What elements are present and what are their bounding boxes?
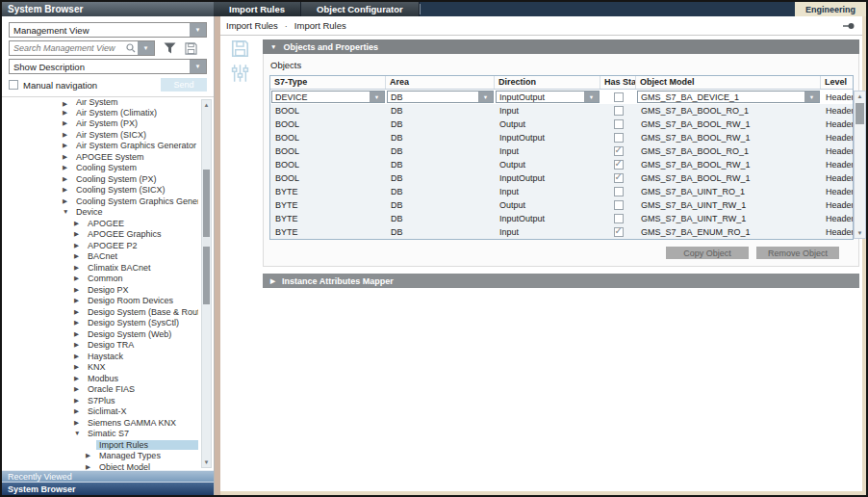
chevron-collapsed-icon[interactable]: ▶ (74, 320, 85, 327)
tree-item[interactable]: ▶Desigo System (Web) (2, 328, 214, 340)
has-state-checkbox[interactable] (614, 106, 624, 116)
has-state-checkbox[interactable] (614, 187, 624, 196)
tree-item[interactable]: ▶Cooling System (PX) (2, 173, 214, 185)
chevron-collapsed-icon[interactable]: ▶ (74, 398, 85, 405)
chevron-collapsed-icon[interactable]: ▶ (74, 253, 85, 260)
chevron-collapsed-icon[interactable]: ▶ (74, 265, 85, 272)
tree-item[interactable]: ▶Air System (2, 99, 214, 107)
scroll-down-icon[interactable]: ▼ (202, 458, 211, 467)
tree-item[interactable]: ▶APOGEE Graphics (2, 229, 214, 241)
table-row[interactable]: BOOLDBOutputGMS_S7_BA_BOOL_RW_1Header (270, 118, 853, 131)
chevron-collapsed-icon[interactable]: ▶ (63, 165, 73, 171)
chevron-expanded-icon[interactable]: ▼ (63, 209, 73, 216)
chevron-collapsed-icon[interactable]: ▶ (74, 275, 85, 282)
chevron-collapsed-icon[interactable]: ▶ (86, 464, 96, 471)
chevron-down-icon[interactable]: ▼ (584, 92, 599, 102)
chevron-collapsed-icon[interactable]: ▶ (74, 376, 85, 382)
instance-attributes-mapper-expander[interactable]: ▶ Instance Attributes Mapper (263, 274, 859, 288)
tree-item[interactable]: ▶Cooling System Graphics Generator (PX) (2, 196, 214, 207)
direction-dropdown[interactable]: InputOutput▼ (496, 91, 600, 103)
scroll-up-icon[interactable]: ▲ (202, 100, 211, 110)
table-row[interactable]: BOOLDBOutputGMS_S7_BA_BOOL_RW_1Header (270, 158, 853, 171)
chevron-collapsed-icon[interactable]: ▶ (86, 453, 96, 459)
chevron-collapsed-icon[interactable]: ▶ (74, 298, 85, 304)
area-dropdown[interactable]: DB▼ (387, 91, 494, 103)
pin-icon[interactable] (843, 22, 855, 30)
tree-item[interactable]: ▶APOGEE P2 (2, 240, 214, 251)
scroll-down-icon[interactable]: ▼ (855, 228, 865, 238)
column-header[interactable]: S7-Type (270, 76, 386, 89)
filter-icon[interactable] (164, 42, 176, 54)
tree-item[interactable]: ▼Device (2, 207, 214, 219)
tree-item[interactable]: ▶S7Plus (2, 395, 214, 406)
tree-item[interactable]: ▶Cooling System (2, 163, 214, 174)
scrollbar-thumb[interactable] (855, 103, 864, 124)
chevron-collapsed-icon[interactable]: ▶ (63, 143, 73, 149)
chevron-collapsed-icon[interactable]: ▶ (63, 187, 73, 194)
tree-item[interactable]: ▶Siclimat-X (2, 406, 214, 418)
chevron-collapsed-icon[interactable]: ▶ (63, 101, 73, 108)
tree-item[interactable]: ▶Modbus (2, 373, 214, 384)
save-icon[interactable] (185, 42, 197, 55)
tree-item[interactable]: ▶Siemens GAMMA KNX (2, 417, 214, 429)
tree-item[interactable]: ▶Oracle FIAS (2, 384, 214, 396)
chevron-collapsed-icon[interactable]: ▶ (74, 287, 85, 294)
chevron-down-icon[interactable]: ▼ (190, 60, 206, 73)
table-row[interactable]: BYTEDBOutputGMS_S7_BA_UINT_RW_1Header (270, 198, 853, 212)
chevron-collapsed-icon[interactable]: ▶ (74, 331, 85, 338)
tree-item[interactable]: ▶Air System Graphics Generator (PX) (2, 141, 214, 152)
tree-item[interactable]: ▶Desigo Room Devices (2, 296, 214, 307)
scroll-up-icon[interactable]: ▲ (855, 92, 865, 101)
tree-item[interactable]: ▶Common (2, 274, 214, 285)
copy-object-button[interactable]: Copy Object (666, 247, 749, 259)
table-row[interactable]: BOOLDBInputOutputGMS_S7_BA_BOOL_RW_1Head… (270, 171, 853, 185)
mode-badge[interactable]: Engineering (795, 2, 866, 16)
chevron-down-icon[interactable]: ▼ (478, 92, 493, 102)
chevron-collapsed-icon[interactable]: ▶ (63, 154, 73, 161)
save-icon[interactable] (231, 39, 249, 58)
has-state-checkbox[interactable] (614, 227, 624, 237)
chevron-collapsed-icon[interactable]: ▶ (74, 309, 85, 316)
tree-item[interactable]: ▶Air System (Climatix) (2, 107, 214, 118)
chevron-down-icon[interactable]: ▼ (190, 23, 206, 37)
chevron-collapsed-icon[interactable]: ▶ (63, 132, 73, 139)
tree-item[interactable]: ▶Object Model (2, 461, 214, 470)
chevron-collapsed-icon[interactable]: ▶ (63, 120, 73, 127)
chevron-collapsed-icon[interactable]: ▶ (63, 176, 73, 183)
tree-item[interactable]: ▶Desigo TRA (2, 340, 214, 352)
table-row[interactable]: BOOLDBInputGMS_S7_BA_BOOL_RO_1Header (270, 144, 853, 158)
has-state-checkbox[interactable] (614, 214, 624, 223)
s7-type-dropdown[interactable]: DEVICE▼ (271, 91, 385, 103)
chevron-collapsed-icon[interactable]: ▶ (74, 243, 85, 249)
tree-item[interactable]: ▶Desigo System (SysCtl) (2, 318, 214, 329)
chevron-down-icon[interactable]: ▼ (370, 92, 384, 102)
tree-item[interactable]: ▶Air System (SICX) (2, 129, 214, 141)
chevron-collapsed-icon[interactable]: ▶ (74, 364, 85, 371)
tree-item[interactable]: ▶APOGEE System (2, 151, 214, 163)
column-header[interactable]: Object Model (636, 76, 821, 89)
has-state-checkbox[interactable] (614, 160, 624, 170)
tree-item[interactable]: ▶Climatix BACnet (2, 262, 214, 274)
objects-and-properties-expander[interactable]: ▼ Objects and Properties (263, 39, 859, 54)
chevron-collapsed-icon[interactable]: ▶ (63, 110, 73, 117)
has-state-checkbox[interactable] (614, 200, 624, 210)
chevron-collapsed-icon[interactable]: ▶ (74, 386, 85, 393)
column-header[interactable]: Direction (495, 76, 600, 89)
tab-import-rules[interactable]: Import Rules (214, 2, 301, 16)
panel-splitter[interactable] (214, 16, 220, 495)
tree-item[interactable]: ▶KNX (2, 362, 214, 374)
breadcrumb-item[interactable]: Import Rules (226, 20, 278, 31)
attribute-mapper-icon[interactable] (230, 64, 250, 83)
chevron-collapsed-icon[interactable]: ▶ (74, 231, 85, 238)
send-button[interactable]: Send (161, 78, 207, 92)
chevron-collapsed-icon[interactable]: ▶ (63, 198, 73, 205)
description-dropdown[interactable]: Show Description ▼ (9, 59, 207, 74)
tree-item[interactable]: Import Rules (2, 439, 214, 451)
manual-navigation-checkbox[interactable] (9, 80, 18, 90)
chevron-expanded-icon[interactable]: ▼ (74, 431, 85, 437)
breadcrumb-item[interactable]: Import Rules (294, 20, 346, 31)
view-dropdown[interactable]: Management View ▼ (9, 22, 207, 38)
system-browser-bar[interactable]: System Browser (2, 482, 214, 495)
column-header[interactable]: Area (386, 76, 495, 89)
has-state-checkbox[interactable] (614, 133, 624, 143)
